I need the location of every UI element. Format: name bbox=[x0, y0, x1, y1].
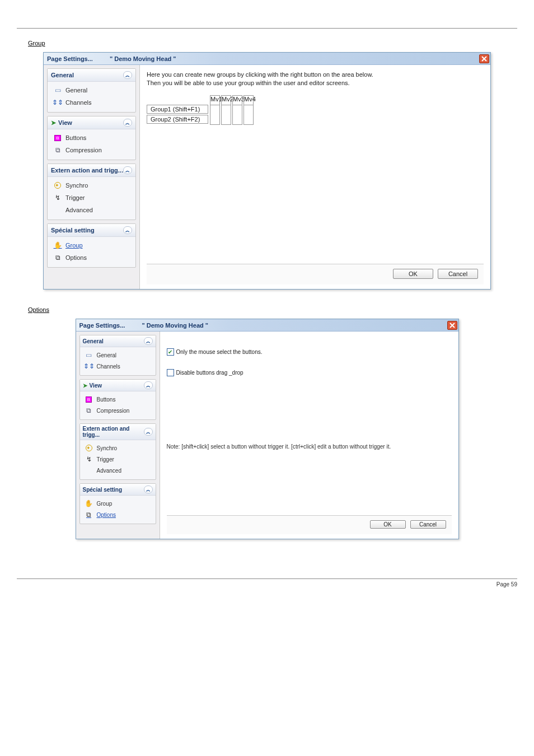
title-mid: " Demo Moving Head " bbox=[110, 55, 479, 62]
group-row-1[interactable]: Group1 (Shift+F1) bbox=[147, 105, 208, 114]
cursor-icon: ↯ bbox=[85, 455, 93, 464]
sidebar-item-label: Trigger bbox=[65, 194, 85, 201]
buttons-icon: B bbox=[53, 133, 62, 142]
page-settings-dialog-group: Page Settings... " Demo Moving Head " Ge… bbox=[43, 52, 491, 290]
group-cell[interactable] bbox=[232, 105, 242, 125]
group-cell[interactable] bbox=[210, 105, 220, 125]
sidebar-item-label: General bbox=[97, 352, 117, 358]
sidebar-item-synchro[interactable]: ✦ Synchro bbox=[81, 442, 154, 454]
chevron-up-icon[interactable]: ︽ bbox=[144, 337, 153, 345]
sidebar-item-options[interactable]: ⧉ Options bbox=[81, 509, 154, 520]
sidebar-item-synchro[interactable]: ✦ Synchro bbox=[49, 179, 134, 192]
checkbox-label: Only the mouse select the buttons. bbox=[176, 349, 263, 355]
page-icon: ▭ bbox=[85, 351, 93, 360]
sidebar-item-label: Compression bbox=[97, 408, 130, 414]
sidebar-item-label: Channels bbox=[65, 99, 91, 106]
page-icon: ▭ bbox=[53, 86, 62, 95]
sidebar-item-trigger[interactable]: ↯ Trigger bbox=[49, 192, 134, 204]
nav-header-extern[interactable]: Extern action and trigg... ︽ bbox=[48, 164, 135, 177]
sidebar-item-general[interactable]: ▭ General bbox=[81, 349, 154, 361]
sidebar-item-compression[interactable]: ⧉ Compression bbox=[81, 405, 154, 416]
nav-panel-general: General ︽ ▭ General ⇕⇕ Channels bbox=[47, 68, 136, 113]
nav-header-special[interactable]: Spécial setting ︽ bbox=[80, 484, 156, 496]
chevron-up-icon[interactable]: ︽ bbox=[123, 166, 132, 174]
sidebar-item-advanced[interactable]: Advanced bbox=[81, 465, 154, 476]
ok-button[interactable]: OK bbox=[393, 269, 433, 279]
chevron-up-icon[interactable]: ︽ bbox=[144, 381, 153, 389]
sidebar-item-compression[interactable]: ⧉ Compression bbox=[49, 144, 134, 156]
checkbox-icon-unchecked[interactable] bbox=[167, 369, 174, 376]
close-icon[interactable] bbox=[447, 321, 457, 330]
nav-header-special[interactable]: Spécial setting ︽ bbox=[48, 224, 135, 237]
section-label-options: Options bbox=[28, 306, 517, 313]
sidebar-item-label: Synchro bbox=[97, 445, 118, 451]
nav-panel-extern: Extern action and trigg... ︽ ✦ Synchro ↯… bbox=[47, 164, 136, 220]
sidebar-item-options[interactable]: ⧉ Options bbox=[49, 251, 134, 264]
fixture-header[interactable]: Mv1 bbox=[210, 95, 220, 105]
chevron-up-icon[interactable]: ︽ bbox=[123, 71, 132, 79]
nav-header-extern[interactable]: Extern action and trigg... ︽ bbox=[80, 424, 156, 440]
fixture-header[interactable]: Mv3 bbox=[232, 95, 242, 105]
checkbox-label: Disable buttons drag _drop bbox=[176, 370, 243, 376]
sidebar-item-label: Buttons bbox=[65, 134, 86, 141]
nav-header-general[interactable]: General ︽ bbox=[80, 335, 156, 347]
cancel-button[interactable]: Cancel bbox=[410, 520, 446, 529]
sidebar-item-trigger[interactable]: ↯ Trigger bbox=[81, 454, 154, 465]
buttons-icon: B bbox=[85, 395, 93, 404]
cursor-icon: ↯ bbox=[53, 193, 62, 202]
note-text: Note: [shift+click] select a button with… bbox=[167, 444, 452, 450]
close-icon[interactable] bbox=[479, 54, 489, 63]
section-label-group: Group bbox=[28, 40, 517, 46]
chevron-up-icon[interactable]: ︽ bbox=[144, 428, 152, 436]
chevron-up-icon[interactable]: ︽ bbox=[123, 119, 132, 127]
nav-header-general[interactable]: General ︽ bbox=[48, 69, 135, 82]
options-icon: ⧉ bbox=[85, 510, 93, 519]
sliders-icon: ⇕⇕ bbox=[53, 98, 62, 107]
sidebar-item-advanced[interactable]: Advanced bbox=[49, 204, 134, 216]
sidebar-item-group[interactable]: ✋ Group bbox=[81, 498, 154, 509]
titlebar[interactable]: Page Settings... " Demo Moving Head " bbox=[44, 53, 490, 65]
title-left: Page Settings... bbox=[47, 55, 93, 62]
sidebar-item-label: Advanced bbox=[65, 207, 93, 213]
sidebar-item-channels[interactable]: ⇕⇕ Channels bbox=[81, 361, 154, 372]
content-panel-options: ✔ Only the mouse select the buttons. Dis… bbox=[160, 332, 458, 539]
cancel-button[interactable]: Cancel bbox=[438, 269, 478, 279]
sidebar-item-channels[interactable]: ⇕⇕ Channels bbox=[49, 96, 134, 109]
intro-text: Here you can create new groups by clicki… bbox=[147, 71, 484, 87]
title-left: Page Settings... bbox=[79, 322, 125, 329]
fixture-header[interactable]: Mv2 bbox=[221, 95, 231, 105]
dialog-footer: OK Cancel bbox=[167, 515, 452, 534]
nav-header-view[interactable]: ➤View ︽ bbox=[48, 116, 135, 129]
clock-icon: ✦ bbox=[85, 444, 93, 452]
ok-button[interactable]: OK bbox=[370, 520, 406, 529]
nav-panel-general: General ︽ ▭ General ⇕⇕ Channels bbox=[79, 335, 156, 376]
nav-panel-special: Spécial setting ︽ ✋ Group ⧉ Options bbox=[47, 223, 136, 268]
chevron-up-icon[interactable]: ︽ bbox=[144, 486, 153, 493]
chevron-up-icon[interactable]: ︽ bbox=[123, 226, 132, 234]
nav-panel-special: Spécial setting ︽ ✋ Group ⧉ Options bbox=[79, 483, 156, 524]
fixture-header[interactable]: Mv4 bbox=[243, 95, 254, 105]
group-grid[interactable]: Mv1 Mv2 Mv3 Mv4 Group1 (Shift+F1) Group2… bbox=[147, 95, 484, 129]
checkbox-icon-checked[interactable]: ✔ bbox=[167, 348, 174, 356]
sidebar-item-label: Buttons bbox=[97, 396, 116, 403]
arrow-icon: ➤ bbox=[51, 119, 56, 127]
sidebar-item-general[interactable]: ▭ General bbox=[49, 84, 134, 96]
dialog-footer: OK Cancel bbox=[147, 264, 484, 284]
sidebar-item-label: Advanced bbox=[97, 468, 121, 474]
nav-panel-view: ➤View ︽ B Buttons ⧉ Compression bbox=[79, 379, 156, 420]
titlebar[interactable]: Page Settings... " Demo Moving Head " bbox=[76, 319, 458, 332]
page-settings-dialog-options: Page Settings... " Demo Moving Head " Ge… bbox=[76, 319, 459, 539]
nav-header-view[interactable]: ➤View ︽ bbox=[80, 380, 156, 391]
group-cell[interactable] bbox=[221, 105, 231, 125]
sidebar-item-buttons[interactable]: B Buttons bbox=[81, 394, 154, 405]
checkbox-disable-drag[interactable]: Disable buttons drag _drop bbox=[167, 369, 452, 376]
checkbox-only-mouse[interactable]: ✔ Only the mouse select the buttons. bbox=[167, 348, 452, 356]
sidebar-item-label: General bbox=[65, 87, 87, 94]
group-row-2[interactable]: Group2 (Shift+F2) bbox=[147, 115, 208, 124]
sidebar-item-buttons[interactable]: B Buttons bbox=[49, 132, 134, 144]
clock-icon: ✦ bbox=[53, 181, 62, 190]
group-cell[interactable] bbox=[243, 105, 254, 125]
sidebar-item-group[interactable]: ✋ Group bbox=[49, 239, 134, 251]
compression-icon: ⧉ bbox=[85, 406, 93, 415]
settings-sidebar: General ︽ ▭ General ⇕⇕ Channels bbox=[44, 65, 140, 289]
